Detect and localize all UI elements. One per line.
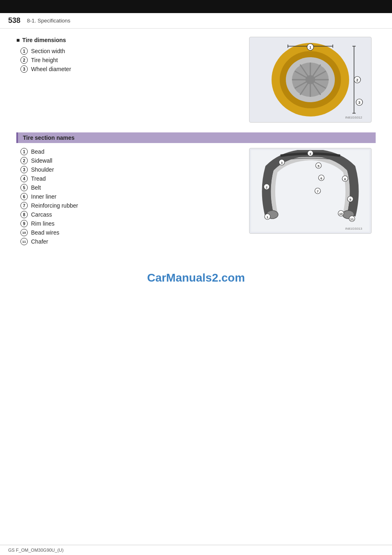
list-item: 1 Section width	[20, 47, 245, 55]
tire-dimensions-right: 1 2 3 IN81GS012	[245, 37, 376, 123]
footer-bar: GS F_OM_OM30G90U_(U)	[0, 545, 392, 555]
tire-dimensions-section: Tire dimensions 1 Section width 2 Tire h…	[16, 37, 376, 123]
item-label-belt: Belt	[31, 184, 41, 191]
item-num-10: 10	[20, 229, 28, 236]
tire-section-diagram-svg: 4 3 2 1 5	[251, 150, 370, 232]
item-label-shoulder: Shoulder	[31, 166, 54, 173]
item-num-7: 7	[20, 202, 28, 209]
svg-text:2: 2	[356, 78, 358, 82]
tire-section-diagram-container: 4 3 2 1 5	[249, 148, 372, 234]
svg-text:2: 2	[266, 186, 268, 189]
item-label-tire-height: Tire height	[31, 57, 58, 63]
tire-dimensions-title: Tire dimensions	[16, 37, 245, 43]
header-title: 8-1. Specifications	[27, 18, 70, 24]
svg-text:6: 6	[321, 177, 323, 180]
svg-text:8: 8	[344, 177, 346, 181]
svg-point-11	[305, 75, 315, 84]
wheel-diagram-container: 1 2 3 IN81GS012	[249, 37, 372, 123]
tire-section-left: 1 Bead 2 Sidewall 3 Shoulder 4	[16, 148, 245, 247]
header-bar: 538 8-1. Specifications	[0, 13, 392, 29]
tire-dimensions-list: 1 Section width 2 Tire height 3 Wheel di…	[16, 47, 245, 73]
list-item: 3 Shoulder	[20, 166, 245, 173]
list-item: 8 Carcass	[20, 211, 245, 218]
tire-section-names-header: Tire section names	[16, 132, 376, 143]
item-label-section-width: Section width	[31, 48, 65, 54]
svg-text:5: 5	[318, 164, 320, 168]
item-num-2: 2	[20, 56, 28, 64]
item-num-8: 8	[20, 211, 28, 218]
svg-text:7: 7	[317, 190, 319, 193]
svg-text:4: 4	[310, 152, 312, 156]
item-label-rim-lines: Rim lines	[31, 220, 55, 227]
item-num-3: 3	[20, 65, 28, 73]
svg-text:1: 1	[267, 215, 269, 219]
tire-section-right: 4 3 2 1 5	[245, 148, 376, 234]
list-item: 9 Rim lines	[20, 220, 245, 227]
svg-text:9: 9	[350, 198, 352, 201]
list-item: 11 Chafer	[20, 238, 245, 245]
tire-section-list: 1 Bead 2 Sidewall 3 Shoulder 4	[16, 148, 245, 245]
list-item: 2 Tire height	[20, 56, 245, 64]
watermark-area: CarManuals2.com	[16, 271, 376, 293]
item-num-2: 2	[20, 157, 28, 164]
item-num-1: 1	[20, 47, 28, 55]
watermark-text: CarManuals2.com	[147, 271, 245, 284]
item-label-sidewall: Sidewall	[31, 157, 52, 164]
item-num-3: 3	[20, 166, 28, 173]
item-label-bead: Bead	[31, 148, 45, 155]
item-label-carcass: Carcass	[31, 211, 52, 218]
top-bar	[0, 0, 392, 13]
item-label-bead-wires: Bead wires	[31, 229, 59, 236]
list-item: 5 Belt	[20, 184, 245, 191]
list-item: 4 Tread	[20, 175, 245, 182]
item-label-chafer: Chafer	[31, 238, 48, 245]
item-num-11: 11	[20, 238, 28, 245]
tire-section-area: 1 Bead 2 Sidewall 3 Shoulder 4	[16, 148, 376, 247]
item-num-6: 6	[20, 193, 28, 200]
item-num-5: 5	[20, 184, 28, 191]
list-item: 3 Wheel diameter	[20, 65, 245, 73]
item-num-9: 9	[20, 220, 28, 227]
item-label-reinforcing-rubber: Reinforcing rubber	[31, 202, 78, 209]
svg-text:3: 3	[281, 161, 283, 165]
svg-text:10: 10	[339, 212, 343, 216]
page-outer: 538 8-1. Specifications Tire dimensions …	[0, 0, 392, 555]
svg-text:11: 11	[350, 217, 354, 221]
svg-text:IN81GS012: IN81GS012	[345, 116, 362, 119]
svg-text:IN81GS013: IN81GS013	[345, 227, 362, 231]
list-item: 1 Bead	[20, 148, 245, 155]
list-item: 6 Inner liner	[20, 193, 245, 200]
list-item: 7 Reinforcing rubber	[20, 202, 245, 209]
item-label-inner-liner: Inner liner	[31, 193, 56, 200]
item-label-tread: Tread	[31, 175, 46, 182]
tire-dimensions-left: Tire dimensions 1 Section width 2 Tire h…	[16, 37, 245, 74]
item-num-1: 1	[20, 148, 28, 155]
page-number: 538	[8, 16, 20, 25]
svg-text:3: 3	[358, 101, 360, 105]
wheel-diagram-svg: 1 2 3 IN81GS012	[251, 39, 370, 121]
list-item: 2 Sidewall	[20, 157, 245, 164]
list-item: 10 Bead wires	[20, 229, 245, 236]
main-content: 538 8-1. Specifications Tire dimensions …	[0, 13, 392, 309]
content-area: Tire dimensions 1 Section width 2 Tire h…	[0, 29, 392, 309]
footer-label: GS F_OM_OM30G90U_(U)	[8, 548, 64, 553]
item-label-wheel-diameter: Wheel diameter	[31, 66, 71, 72]
item-num-4: 4	[20, 175, 28, 182]
svg-text:1: 1	[309, 45, 311, 49]
